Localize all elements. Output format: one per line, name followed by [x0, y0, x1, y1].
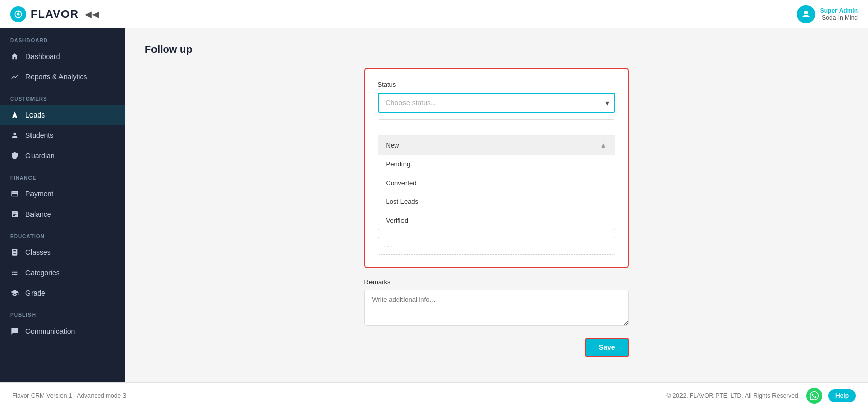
logo: FLAVOR	[10, 6, 79, 22]
sidebar-item-leads[interactable]: Leads	[0, 105, 125, 125]
user-info: Super Admin Soda In Mind	[820, 7, 858, 21]
sidebar-item-categories[interactable]: Categories	[0, 262, 125, 283]
remarks-textarea[interactable]	[364, 290, 629, 326]
sidebar-item-categories-label: Categories	[25, 269, 60, 277]
chevron-up-icon: ▲	[600, 141, 607, 149]
section-label-dashboard: DASHBOARD	[0, 28, 125, 46]
sidebar-section-customers: CUSTOMERS Leads Students Guardian	[0, 87, 125, 166]
footer-right: © 2022, FLAVOR PTE. LTD. All Rights Rese…	[666, 388, 856, 404]
page-title: Follow up	[145, 44, 848, 55]
dropdown-option-verified[interactable]: Verified	[378, 211, 615, 230]
header-right: Super Admin Soda In Mind	[797, 5, 858, 23]
grade-icon	[10, 288, 19, 298]
sidebar-section-finance: FINANCE Payment Balance	[0, 166, 125, 224]
remarks-section: Remarks	[364, 278, 629, 328]
user-company: Soda In Mind	[820, 14, 858, 21]
sidebar-item-reports[interactable]: Reports & Analytics	[0, 67, 125, 87]
communication-icon	[10, 327, 19, 336]
dashed-area: · - ·	[378, 237, 615, 255]
chart-icon	[10, 72, 19, 81]
balance-icon	[10, 210, 19, 219]
sidebar-item-payment-label: Payment	[25, 190, 53, 198]
sidebar-item-classes-label: Classes	[25, 248, 51, 256]
main-content: Follow up Status Choose status... New Pe…	[125, 28, 868, 382]
sidebar-item-grade-label: Grade	[25, 289, 45, 297]
section-label-customers: CUSTOMERS	[0, 87, 125, 105]
option-lost-leads-label: Lost Leads	[386, 198, 419, 206]
sidebar-item-balance[interactable]: Balance	[0, 204, 125, 224]
user-role: Super Admin	[820, 7, 858, 14]
header-left: FLAVOR ◀◀	[10, 6, 99, 22]
logo-text: FLAVOR	[30, 8, 79, 21]
app-header: FLAVOR ◀◀ Super Admin Soda In Mind	[0, 0, 868, 28]
dropdown-option-pending[interactable]: Pending	[378, 155, 615, 173]
sidebar-item-dashboard[interactable]: Dashboard	[0, 46, 125, 67]
footer-copyright: © 2022, FLAVOR PTE. LTD. All Rights Rese…	[666, 392, 800, 399]
whatsapp-button[interactable]	[806, 388, 822, 404]
payment-icon	[10, 189, 19, 198]
remarks-label: Remarks	[364, 278, 629, 286]
collapse-button[interactable]: ◀◀	[85, 9, 99, 20]
dropdown-option-converted[interactable]: Converted	[378, 173, 615, 192]
option-converted-label: Converted	[386, 179, 417, 187]
sidebar-section-publish: PUBLISH Communication	[0, 303, 125, 341]
sidebar-item-payment[interactable]: Payment	[0, 184, 125, 204]
save-button[interactable]: Save	[585, 338, 629, 357]
sidebar-item-reports-label: Reports & Analytics	[25, 73, 87, 81]
sidebar-item-students[interactable]: Students	[0, 125, 125, 145]
user-avatar	[797, 5, 815, 23]
sidebar-item-grade[interactable]: Grade	[0, 283, 125, 303]
guardian-icon	[10, 151, 19, 160]
footer-version: Flavor CRM Version 1 - Advanced mode 3	[12, 392, 126, 399]
sidebar-section-dashboard: DASHBOARD Dashboard Reports & Analytics	[0, 28, 125, 87]
sidebar-item-leads-label: Leads	[25, 111, 45, 119]
status-select-wrapper: Choose status... New Pending Converted L…	[378, 93, 615, 113]
logo-icon	[10, 6, 26, 22]
sidebar-item-guardian-label: Guardian	[25, 152, 55, 160]
dropdown-options: New ▲ Pending Converted Lost Leads Verif…	[378, 136, 615, 230]
avatar-icon	[801, 9, 811, 19]
sidebar-item-dashboard-label: Dashboard	[25, 52, 60, 61]
dropdown-search-input[interactable]	[378, 120, 615, 136]
status-select[interactable]: Choose status... New Pending Converted L…	[378, 93, 615, 113]
sidebar-section-education: EDUCATION Classes Categories Grade	[0, 224, 125, 303]
section-label-education: EDUCATION	[0, 224, 125, 242]
sidebar-item-communication-label: Communication	[25, 327, 75, 335]
sidebar-item-classes[interactable]: Classes	[0, 242, 125, 262]
dashed-area-content: · - ·	[384, 243, 393, 250]
sidebar: DASHBOARD Dashboard Reports & Analytics …	[0, 28, 125, 382]
svg-point-1	[17, 13, 20, 15]
option-new-label: New	[386, 141, 399, 149]
app-footer: Flavor CRM Version 1 - Advanced mode 3 ©…	[0, 382, 868, 409]
sidebar-item-guardian[interactable]: Guardian	[0, 145, 125, 166]
sidebar-item-communication[interactable]: Communication	[0, 321, 125, 341]
help-button[interactable]: Help	[828, 389, 856, 402]
leads-icon	[10, 110, 19, 120]
classes-icon	[10, 248, 19, 257]
section-label-publish: PUBLISH	[0, 303, 125, 321]
home-icon	[10, 52, 19, 61]
app-body: DASHBOARD Dashboard Reports & Analytics …	[0, 28, 868, 382]
whatsapp-icon	[810, 391, 819, 400]
dropdown-option-lost-leads[interactable]: Lost Leads	[378, 192, 615, 211]
students-icon	[10, 131, 19, 140]
categories-icon	[10, 268, 19, 277]
followup-form-card: Status Choose status... New Pending Conv…	[364, 68, 629, 268]
sidebar-item-students-label: Students	[25, 131, 53, 139]
sidebar-item-balance-label: Balance	[25, 210, 51, 218]
status-label: Status	[378, 81, 615, 89]
status-dropdown-list: New ▲ Pending Converted Lost Leads Verif…	[378, 119, 615, 230]
dropdown-option-new[interactable]: New ▲	[378, 136, 615, 155]
save-row: Save	[364, 338, 629, 357]
option-pending-label: Pending	[386, 160, 411, 168]
logo-svg	[13, 9, 23, 19]
option-verified-label: Verified	[386, 217, 408, 224]
section-label-finance: FINANCE	[0, 166, 125, 184]
